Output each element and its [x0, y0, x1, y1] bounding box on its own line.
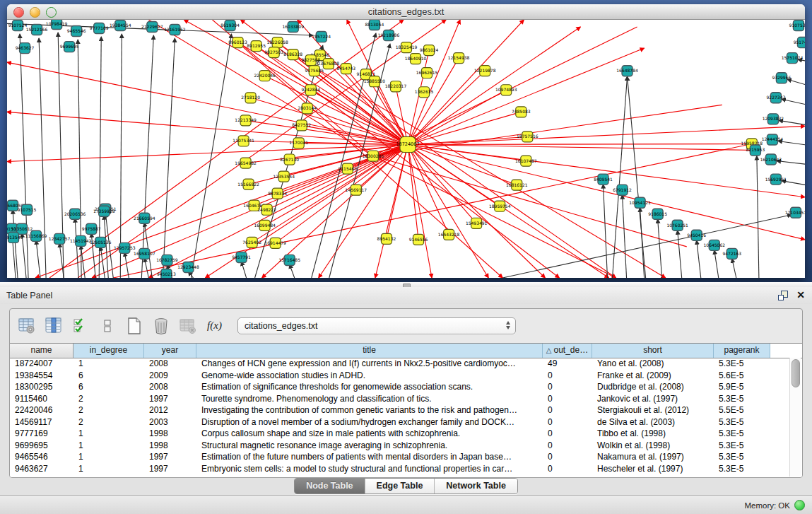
network-edge[interactable]	[778, 141, 805, 146]
network-node[interactable]: 8813054	[365, 20, 384, 30]
network-node[interactable]: 15692951	[765, 174, 787, 185]
create-column-button[interactable]	[124, 316, 143, 335]
network-node[interactable]: 21229617	[141, 22, 163, 33]
table-row[interactable]: 911546021997Tourette syndrome. Phenomeno…	[10, 393, 789, 405]
network-node[interactable]: 16958107	[134, 248, 155, 259]
cell-year[interactable]: 2012	[144, 404, 196, 416]
network-window-titlebar[interactable]: citations_edges.txt	[7, 4, 805, 20]
network-node[interactable]: 15493491	[466, 218, 488, 228]
cell-short[interactable]: Hescheler et al. (1997)	[592, 463, 714, 475]
network-edge[interactable]	[714, 250, 719, 278]
network-edge[interactable]	[408, 144, 752, 144]
network-node[interactable]: 9175685	[305, 66, 324, 76]
cell-in_degree[interactable]: 1	[73, 358, 144, 370]
network-edge[interactable]	[787, 79, 805, 87]
network-node[interactable]: 9517421	[794, 37, 805, 48]
cell-name[interactable]: 19384554	[10, 370, 73, 382]
network-node[interactable]: 8878334	[268, 188, 287, 199]
cell-year[interactable]: 2003	[144, 416, 196, 428]
table-row[interactable]: 2242004622012Investigating the contribut…	[10, 404, 789, 416]
delete-table-button-disabled[interactable]	[178, 316, 197, 335]
cell-out_de[interactable]: 0	[543, 463, 592, 475]
table-row[interactable]: 1872400712008Changes of HCN gene express…	[10, 358, 789, 370]
table-row[interactable]: 1830029562008Estimation of significance …	[10, 381, 789, 393]
cell-out_de[interactable]: 0	[543, 393, 592, 405]
network-node[interactable]: 11451942	[70, 235, 92, 246]
column-header-out_de[interactable]: △out_de…	[543, 344, 592, 358]
network-edge[interactable]	[257, 46, 560, 278]
cell-in_degree[interactable]: 1	[73, 463, 144, 475]
cell-in_degree[interactable]: 1	[73, 451, 144, 463]
network-node[interactable]: 12161962	[164, 25, 186, 35]
cell-in_degree[interactable]: 2	[73, 404, 144, 416]
network-node[interactable]: 9465546	[67, 26, 86, 37]
cell-short[interactable]: Dudbridge et al. (2008)	[592, 381, 714, 393]
network-node[interactable]: 18640910	[405, 54, 427, 64]
cell-name[interactable]: 9115460	[10, 393, 73, 405]
cell-year[interactable]: 1998	[144, 440, 196, 452]
network-node[interactable]: 9699695	[60, 42, 79, 52]
cell-pagerank[interactable]: 5.5E-5	[714, 404, 770, 416]
network-node[interactable]: 9146556	[409, 234, 428, 245]
cell-pagerank[interactable]: 5.3E-5	[714, 393, 770, 405]
tab-network-table[interactable]: Network Table	[435, 479, 517, 493]
network-node[interactable]: 16914479	[264, 238, 286, 248]
cell-title[interactable]: Embryonic stem cells: a model to study s…	[196, 463, 543, 475]
network-node[interactable]: 11075341	[233, 136, 254, 146]
memory-indicator[interactable]	[794, 500, 805, 510]
cell-in_degree[interactable]: 1	[73, 440, 144, 452]
network-edge[interactable]	[732, 259, 736, 278]
cell-short[interactable]: de Silva et al. (2003)	[592, 416, 714, 428]
network-node[interactable]: 9457791	[232, 252, 251, 262]
column-header-in_degree[interactable]: in_degree	[73, 344, 144, 358]
network-node[interactable]: 2718120	[241, 93, 260, 103]
zoom-window-button[interactable]	[46, 7, 57, 18]
table-selector-dropdown[interactable]: citations_edges.txt	[237, 317, 516, 334]
cell-out_de[interactable]: 0	[543, 370, 592, 382]
cell-year[interactable]: 2009	[144, 370, 196, 382]
cell-title[interactable]: Genome-wide association studies in ADHD.	[196, 370, 543, 382]
table-row[interactable]: 946554611997Estimation of the future num…	[10, 451, 789, 463]
network-node[interactable]: 8454743	[336, 64, 355, 74]
cell-pagerank[interactable]: 5.3E-5	[714, 463, 770, 475]
network-node[interactable]: 12342757	[49, 233, 71, 244]
network-node[interactable]: 9472163	[722, 248, 741, 259]
network-node[interactable]: 12444154	[762, 134, 784, 145]
cell-title[interactable]: Estimation of the future numbers of pati…	[196, 451, 543, 463]
cell-name[interactable]: 9463627	[10, 463, 73, 475]
network-node[interactable]: 9861024	[420, 45, 439, 56]
network-node[interactable]: 12154938	[448, 53, 470, 64]
cell-out_de[interactable]: 0	[543, 404, 592, 416]
network-edge[interactable]	[757, 156, 759, 278]
close-panel-icon[interactable]: ✕	[796, 290, 805, 300]
network-edge[interactable]	[603, 185, 607, 278]
network-node[interactable]: 18220317	[385, 81, 407, 92]
network-edge[interactable]	[502, 215, 792, 278]
cell-pagerank[interactable]: 5.3E-5	[714, 428, 770, 440]
cell-out_de[interactable]: 0	[543, 428, 592, 440]
network-edge[interactable]	[623, 195, 627, 278]
cell-name[interactable]: 22420046	[10, 404, 73, 416]
network-node[interactable]: 16782759	[156, 255, 178, 265]
column-header-title[interactable]: title	[196, 344, 543, 358]
column-visibility-button[interactable]	[71, 316, 90, 335]
network-node[interactable]: 8267130	[280, 154, 299, 165]
table-vertical-scrollbar[interactable]	[789, 358, 801, 477]
network-edge[interactable]	[144, 258, 148, 278]
cell-out_de[interactable]: 49	[543, 358, 592, 370]
network-node[interactable]: 9975887	[82, 223, 101, 234]
network-node[interactable]: 15716485	[278, 255, 300, 265]
column-header-short[interactable]: short	[592, 344, 714, 358]
cell-name[interactable]: 9465546	[10, 451, 73, 463]
network-node[interactable]: 9827503	[264, 47, 283, 58]
network-node[interactable]: 16962615	[416, 68, 438, 78]
network-node[interactable]: 10974893	[495, 85, 517, 95]
cell-pagerank[interactable]: 5.3E-5	[714, 451, 770, 463]
network-canvas[interactable]: 9861024121549381221987810974893748508318…	[7, 20, 805, 278]
cell-pagerank[interactable]: 5.6E-5	[714, 370, 770, 382]
network-node[interactable]: 8409541	[594, 174, 613, 185]
network-node[interactable]: 7857224	[312, 32, 331, 42]
network-edge[interactable]	[408, 48, 645, 144]
table-row[interactable]: 977716911998Corpus callosum shape and si…	[10, 428, 789, 440]
network-edge[interactable]	[408, 27, 580, 144]
